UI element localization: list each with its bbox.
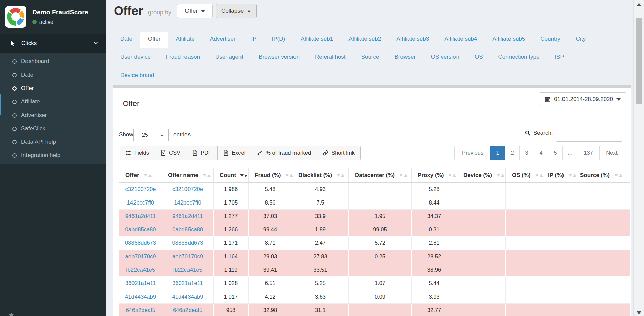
tab-browser[interactable]: Browser	[387, 50, 423, 66]
brand: Demo FraudScore active	[0, 0, 106, 34]
tab-fraud-reason[interactable]: Fraud reason	[158, 50, 208, 66]
offer-link[interactable]: 08858dd673	[172, 240, 203, 246]
tab-source[interactable]: Source	[354, 50, 387, 66]
column-header-ip[interactable]: IP (%)	[542, 168, 574, 183]
offer-link[interactable]: 08858dd673	[125, 240, 156, 246]
column-header-blacklist[interactable]: Blacklist (%)	[292, 168, 349, 183]
pagination-page-2[interactable]: 2	[505, 146, 520, 160]
offer-link[interactable]: 142bcc7ff0	[127, 199, 154, 206]
vertical-scrollbar[interactable]	[633, 0, 644, 316]
offer-link[interactable]: aeb70170c9	[172, 253, 203, 259]
tab-affiliate[interactable]: Affiliate	[168, 32, 202, 48]
tab-user-device[interactable]: User device	[113, 50, 158, 66]
column-header-offer[interactable]: Offer	[119, 168, 162, 183]
scroll-up-arrow-icon[interactable]	[637, 3, 641, 6]
column-header-source[interactable]: Source (%)	[574, 168, 630, 183]
column-header-proxy[interactable]: Proxy (%)	[412, 168, 457, 183]
tab-affiliate-sub4[interactable]: Affiliate sub4	[437, 32, 485, 48]
offer-link[interactable]: c32100720e	[125, 186, 156, 192]
offer-link[interactable]: 142bcc7ff0	[174, 199, 201, 206]
cell-datacenter: 0.25	[349, 250, 412, 263]
tab-browser-version[interactable]: Browser version	[251, 50, 307, 66]
tab-device-brand[interactable]: Device brand	[113, 68, 162, 84]
caret-down-icon	[616, 98, 621, 101]
pagination-page-4[interactable]: 4	[534, 146, 548, 160]
of-fraud-marked-button[interactable]: % of fraud marked	[251, 146, 317, 160]
cell-datacenter	[349, 263, 412, 277]
sidebar-item-integration-help[interactable]: Integration help	[0, 149, 106, 162]
offer-link[interactable]: 646a2deaf5	[173, 307, 202, 313]
sidebar-item-affiliate[interactable]: Affiliate	[0, 95, 106, 108]
tab-city[interactable]: City	[568, 32, 593, 48]
tab-user-agent[interactable]: User agent	[208, 50, 251, 66]
offer-link[interactable]: 9461a2d411	[172, 213, 203, 219]
offer-link[interactable]: fb22ca41e5	[126, 267, 155, 273]
scrollbar-thumb[interactable]	[636, 18, 642, 104]
cell-offer: 0abd85ca80	[119, 223, 162, 236]
offer-link[interactable]: aeb70170c9	[125, 253, 156, 259]
column-header-device[interactable]: Device (%)	[457, 168, 506, 183]
tab-date[interactable]: Date	[113, 32, 140, 48]
group-by-dropdown[interactable]: Offer	[177, 4, 213, 18]
tab-offer[interactable]: Offer	[140, 32, 168, 48]
cell-proxy: 3.93	[412, 290, 457, 304]
scroll-down-arrow-icon[interactable]	[637, 311, 641, 314]
sidebar-item-safeclick[interactable]: SafeClick	[0, 122, 106, 135]
sidebar-item-data-api-help[interactable]: Data API help	[0, 135, 106, 149]
column-label: Count	[220, 172, 236, 178]
offer-link[interactable]: fb22ca41e5	[173, 267, 202, 273]
tab-ip[interactable]: IP	[243, 32, 264, 48]
column-header-offer-name[interactable]: Offer name	[162, 168, 214, 183]
tab-affiliate-sub2[interactable]: Affiliate sub2	[341, 32, 389, 48]
tab-affiliate-sub3[interactable]: Affiliate sub3	[389, 32, 437, 48]
offer-link[interactable]: 36021a1e11	[172, 280, 203, 286]
table-row-aeb70170c9: aeb70170c9aeb70170c91 16429.0327.830.252…	[119, 250, 630, 263]
sidebar-scroll-indicator[interactable]	[0, 94, 1, 115]
csv-button[interactable]: CSV	[155, 146, 186, 160]
short-link-button[interactable]: Short link	[317, 146, 361, 160]
pdf-button[interactable]: PDF	[186, 146, 218, 160]
offer-link[interactable]: 36021a1e11	[125, 280, 156, 286]
column-header-os[interactable]: OS (%)	[506, 168, 542, 183]
sidebar-item-offer[interactable]: Offer	[0, 82, 106, 95]
pagination-previous[interactable]: Previous	[454, 146, 491, 160]
column-header-count[interactable]: Count	[214, 168, 249, 183]
tab-affiliate-sub5[interactable]: Affiliate sub5	[485, 32, 533, 48]
collapse-button[interactable]: Collapse	[216, 4, 257, 18]
sidebar-item-date[interactable]: Date	[0, 68, 106, 82]
excel-button[interactable]: Excel	[217, 146, 251, 160]
offer-link[interactable]: 646a2deaf5	[126, 307, 155, 313]
pagination-next[interactable]: Next	[599, 146, 624, 160]
offer-link[interactable]: 41d4434ab9	[125, 294, 156, 300]
fields-button[interactable]: Fields	[120, 146, 155, 160]
pagination-ellipsis[interactable]: …	[562, 146, 577, 160]
tab-country[interactable]: Country	[533, 32, 568, 48]
cell-offer: 41d4434ab9	[119, 290, 162, 304]
offer-link[interactable]: 0abd85ca80	[172, 226, 203, 232]
pagination-page-137[interactable]: 137	[577, 146, 600, 160]
caret-down-icon	[201, 10, 205, 12]
pagination-page-1[interactable]: 1	[490, 146, 505, 160]
offer-link[interactable]: 9461a2d411	[125, 213, 156, 219]
offer-link[interactable]: c32100720e	[172, 186, 203, 192]
page-length-select[interactable]: 25	[133, 129, 169, 141]
sidebar-item-dashboard[interactable]: Dashboard	[0, 55, 106, 68]
tab-referal-host[interactable]: Referal host	[307, 50, 354, 66]
offer-link[interactable]: 41d4434ab9	[172, 294, 203, 300]
tab-connection-type[interactable]: Connection type	[491, 50, 547, 66]
offer-link[interactable]: 0abd85ca80	[125, 226, 156, 232]
tab-isp[interactable]: ISP	[547, 50, 572, 66]
column-header-datacenter[interactable]: Datacenter (%)	[349, 168, 412, 183]
tab-affiliate-sub1[interactable]: Affiliate sub1	[293, 32, 341, 48]
date-range-picker[interactable]: 01.01.2014-28.09.2020	[539, 92, 626, 106]
pagination-page-5[interactable]: 5	[548, 146, 563, 160]
tab-ip-d[interactable]: IP(D)	[264, 32, 293, 48]
pagination-page-3[interactable]: 3	[519, 146, 534, 160]
tab-os[interactable]: OS	[467, 50, 491, 66]
column-header-fraud[interactable]: Fraud (%)	[249, 168, 292, 183]
tab-os-version[interactable]: OS version	[423, 50, 467, 66]
search-input[interactable]	[556, 129, 622, 142]
tab-advertiser[interactable]: Advertiser	[202, 32, 244, 48]
sidebar-item-advertiser[interactable]: Advertiser	[0, 108, 106, 122]
sidebar-menu-clicks[interactable]: Clicks	[0, 34, 106, 53]
